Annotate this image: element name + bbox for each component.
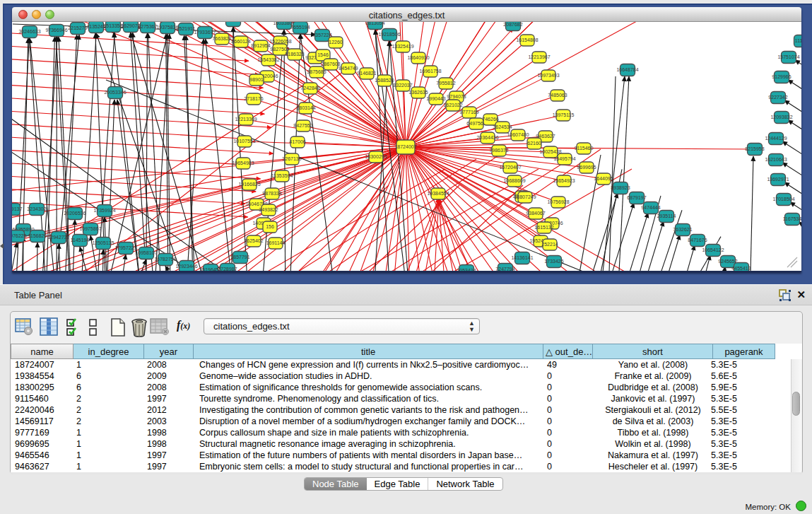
svg-text:15751074: 15751074 (777, 54, 799, 59)
svg-text:19166825: 19166825 (238, 182, 260, 187)
svg-text:1546: 1546 (317, 52, 329, 57)
svg-text:1167534: 1167534 (783, 216, 801, 221)
svg-text:18807249: 18807249 (514, 194, 536, 199)
svg-text:8471676: 8471676 (688, 238, 707, 243)
svg-text:15226058: 15226058 (269, 39, 291, 44)
svg-text:10654122: 10654122 (702, 247, 724, 252)
svg-text:19384554: 19384554 (427, 191, 449, 196)
svg-text:6879197: 6879197 (627, 195, 646, 200)
svg-text:16961758: 16961758 (419, 69, 441, 74)
svg-text:20053346: 20053346 (104, 90, 126, 95)
svg-text:9146821: 9146821 (357, 71, 376, 76)
svg-text:3875685: 3875685 (307, 69, 326, 74)
svg-text:8186323: 8186323 (285, 52, 304, 57)
svg-text:2867608: 2867608 (321, 62, 340, 66)
svg-text:17018504: 17018504 (772, 197, 794, 201)
svg-text:62160: 62160 (527, 141, 541, 146)
svg-text:19375836: 19375836 (156, 25, 178, 30)
svg-text:8813054: 8813054 (365, 22, 384, 25)
svg-text:8660124: 8660124 (231, 39, 250, 44)
svg-text:10025438: 10025438 (539, 149, 561, 154)
svg-text:8912954: 8912954 (251, 43, 270, 48)
svg-text:8938923: 8938923 (611, 185, 630, 190)
svg-text:97366946: 97366946 (45, 28, 67, 33)
svg-text:4709137: 4709137 (12, 206, 23, 211)
svg-text:13654923: 13654923 (553, 178, 575, 183)
svg-text:4745328: 4745328 (223, 22, 242, 23)
svg-text:7632621: 7632621 (673, 227, 692, 232)
svg-text:1733426: 1733426 (544, 259, 563, 264)
svg-text:156: 156 (266, 224, 274, 229)
svg-text:10607480: 10607480 (507, 132, 529, 137)
svg-text:12260: 12260 (329, 40, 343, 45)
svg-text:16210643: 16210643 (765, 157, 787, 162)
svg-text:10756928: 10756928 (547, 199, 569, 204)
svg-text:13975115: 13975115 (553, 112, 575, 117)
svg-text:3234302: 3234302 (27, 206, 46, 211)
svg-text:98901: 98901 (249, 77, 264, 82)
svg-text:8275367: 8275367 (138, 24, 157, 29)
svg-text:7357224: 7357224 (312, 33, 331, 37)
svg-text:20364436: 20364436 (476, 135, 498, 140)
svg-text:19218506: 19218506 (378, 32, 400, 37)
svg-text:7242848: 7242848 (300, 86, 319, 90)
svg-text:15720407: 15720407 (499, 165, 521, 170)
svg-text:4455413: 4455413 (731, 266, 751, 271)
svg-text:17957223: 17957223 (114, 245, 136, 250)
svg-text:1621022: 1621022 (443, 103, 462, 107)
svg-text:9857791: 9857791 (230, 255, 249, 259)
svg-text:18640910: 18640910 (407, 55, 429, 60)
svg-text:10973493: 10973493 (537, 73, 559, 78)
svg-text:11353594: 11353594 (271, 173, 293, 178)
svg-text:10975867: 10975867 (79, 226, 101, 231)
svg-text:3267130: 3267130 (282, 156, 301, 161)
svg-text:1362635: 1362635 (408, 90, 428, 95)
svg-text:8215958: 8215958 (745, 146, 764, 151)
svg-text:9115460: 9115460 (575, 146, 594, 151)
svg-text:12213967: 12213967 (528, 54, 550, 59)
svg-text:1156829: 1156829 (28, 233, 47, 238)
svg-text:7625402: 7625402 (244, 238, 263, 243)
svg-text:2718176: 2718176 (244, 96, 263, 101)
svg-text:1588520: 1588520 (375, 78, 394, 83)
svg-text:10107553: 10107553 (233, 139, 255, 144)
svg-text:9384067: 9384067 (526, 211, 545, 216)
svg-text:14136141: 14136141 (511, 255, 533, 260)
svg-text:9474444: 9474444 (641, 205, 660, 210)
svg-text:19654983: 19654983 (232, 160, 254, 165)
svg-text:8454749: 8454749 (339, 66, 358, 71)
svg-text:9129966: 9129966 (772, 74, 791, 79)
svg-text:13692971: 13692971 (767, 177, 789, 182)
svg-text:7655194: 7655194 (290, 25, 310, 30)
svg-text:9827508: 9827508 (270, 47, 289, 52)
svg-text:8427552: 8427552 (293, 123, 312, 128)
svg-text:3624534: 3624534 (493, 124, 512, 129)
svg-text:9513358: 9513358 (103, 23, 122, 28)
svg-text:2521911: 2521911 (177, 26, 196, 31)
svg-text:12444129: 12444129 (765, 136, 787, 141)
svg-text:12942737: 12942737 (47, 235, 69, 240)
svg-text:17359924: 17359924 (93, 208, 115, 213)
svg-text:9699695: 9699695 (577, 165, 596, 170)
svg-text:746266: 746266 (482, 117, 498, 122)
svg-text:1644095: 1644095 (594, 176, 613, 181)
svg-text:8322037: 8322037 (393, 83, 412, 88)
svg-text:17933677: 17933677 (194, 30, 216, 35)
svg-text:10958107: 10958107 (135, 250, 157, 255)
svg-text:1691144: 1691144 (266, 240, 286, 245)
svg-text:2087682: 2087682 (503, 22, 522, 27)
svg-text:20206536: 20206536 (64, 211, 86, 216)
svg-text:1615132: 1615132 (534, 225, 553, 230)
svg-text:18300295: 18300295 (365, 154, 387, 159)
svg-text:10688609: 10688609 (503, 178, 525, 183)
svg-text:16648784: 16648784 (616, 67, 638, 72)
svg-text:16543382: 16543382 (257, 57, 279, 62)
svg-text:11123: 11123 (795, 38, 801, 43)
svg-text:2803144: 2803144 (296, 105, 315, 110)
svg-text:15495794: 15495794 (553, 156, 575, 161)
svg-text:12505135: 12505135 (92, 240, 114, 245)
svg-text:1145194: 1145194 (71, 238, 90, 243)
svg-text:252214: 252214 (541, 242, 558, 247)
svg-text:2215279: 2215279 (68, 25, 87, 30)
svg-text:3493822: 3493822 (259, 207, 278, 212)
